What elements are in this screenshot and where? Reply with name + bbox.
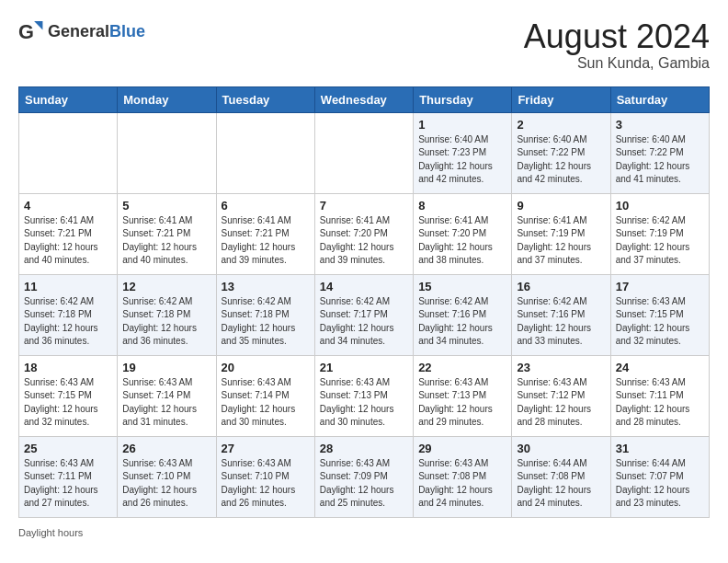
svg-marker-1 <box>34 21 42 29</box>
day-number: 13 <box>222 280 310 293</box>
day-info: Sunrise: 6:43 AMSunset: 7:09 PMDaylight:… <box>320 457 408 511</box>
day-number: 21 <box>320 361 408 374</box>
calendar-cell: 10Sunrise: 6:42 AMSunset: 7:19 PMDayligh… <box>610 193 709 274</box>
day-info: Sunrise: 6:43 AMSunset: 7:13 PMDaylight:… <box>418 376 506 430</box>
day-number: 17 <box>616 280 704 293</box>
weekday-header-monday: Monday <box>118 86 216 112</box>
logo: G GeneralBlue <box>18 18 145 44</box>
calendar-cell: 7Sunrise: 6:41 AMSunset: 7:20 PMDaylight… <box>314 193 413 274</box>
weekday-header-tuesday: Tuesday <box>216 86 314 112</box>
calendar-cell: 6Sunrise: 6:41 AMSunset: 7:21 PMDaylight… <box>216 193 314 274</box>
calendar-cell: 16Sunrise: 6:42 AMSunset: 7:16 PMDayligh… <box>512 274 610 355</box>
day-number: 19 <box>122 361 210 374</box>
calendar-cell: 15Sunrise: 6:42 AMSunset: 7:16 PMDayligh… <box>414 274 512 355</box>
svg-text:G: G <box>18 20 34 43</box>
day-info: Sunrise: 6:41 AMSunset: 7:21 PMDaylight:… <box>222 214 310 268</box>
day-number: 31 <box>616 442 704 455</box>
logo-general: General <box>48 22 109 40</box>
calendar-cell: 26Sunrise: 6:43 AMSunset: 7:10 PMDayligh… <box>118 436 216 517</box>
day-info: Sunrise: 6:44 AMSunset: 7:08 PMDaylight:… <box>517 457 605 511</box>
weekday-header-sunday: Sunday <box>19 86 118 112</box>
day-info: Sunrise: 6:44 AMSunset: 7:07 PMDaylight:… <box>616 457 704 511</box>
calendar-week-row: 11Sunrise: 6:42 AMSunset: 7:18 PMDayligh… <box>19 274 710 355</box>
day-number: 12 <box>122 280 210 293</box>
calendar-cell: 12Sunrise: 6:42 AMSunset: 7:18 PMDayligh… <box>118 274 216 355</box>
calendar-cell: 9Sunrise: 6:41 AMSunset: 7:19 PMDaylight… <box>512 193 610 274</box>
calendar-cell: 31Sunrise: 6:44 AMSunset: 7:07 PMDayligh… <box>610 436 709 517</box>
calendar-cell: 29Sunrise: 6:43 AMSunset: 7:08 PMDayligh… <box>414 436 512 517</box>
day-info: Sunrise: 6:42 AMSunset: 7:18 PMDaylight:… <box>122 295 210 349</box>
calendar-cell: 28Sunrise: 6:43 AMSunset: 7:09 PMDayligh… <box>314 436 413 517</box>
calendar-cell: 24Sunrise: 6:43 AMSunset: 7:11 PMDayligh… <box>610 355 709 436</box>
calendar-cell: 23Sunrise: 6:43 AMSunset: 7:12 PMDayligh… <box>512 355 610 436</box>
day-number: 2 <box>517 118 605 132</box>
day-number: 7 <box>320 199 408 213</box>
day-info: Sunrise: 6:41 AMSunset: 7:19 PMDaylight:… <box>517 214 605 268</box>
day-number: 11 <box>24 280 112 293</box>
day-number: 5 <box>122 199 210 213</box>
calendar-cell: 25Sunrise: 6:43 AMSunset: 7:11 PMDayligh… <box>19 436 118 517</box>
day-number: 4 <box>24 199 112 213</box>
title-block: August 2024 Sun Kunda, Gambia <box>524 18 710 72</box>
day-info: Sunrise: 6:43 AMSunset: 7:14 PMDaylight:… <box>222 376 310 430</box>
day-number: 15 <box>418 280 506 293</box>
day-number: 23 <box>517 361 605 374</box>
logo-blue: Blue <box>109 22 145 40</box>
day-info: Sunrise: 6:43 AMSunset: 7:11 PMDaylight:… <box>24 457 112 511</box>
day-number: 6 <box>222 199 310 213</box>
page-header: G GeneralBlue August 2024 Sun Kunda, Gam… <box>18 18 710 72</box>
weekday-header-thursday: Thursday <box>414 86 512 112</box>
day-number: 9 <box>517 199 605 213</box>
calendar-table: SundayMondayTuesdayWednesdayThursdayFrid… <box>18 86 710 518</box>
day-number: 27 <box>222 442 310 455</box>
day-info: Sunrise: 6:42 AMSunset: 7:18 PMDaylight:… <box>24 295 112 349</box>
day-info: Sunrise: 6:42 AMSunset: 7:16 PMDaylight:… <box>517 295 605 349</box>
day-info: Sunrise: 6:43 AMSunset: 7:15 PMDaylight:… <box>616 295 704 349</box>
day-info: Sunrise: 6:41 AMSunset: 7:21 PMDaylight:… <box>122 214 210 268</box>
calendar-cell <box>19 112 118 193</box>
day-number: 24 <box>616 361 704 374</box>
calendar-cell: 8Sunrise: 6:41 AMSunset: 7:20 PMDaylight… <box>414 193 512 274</box>
calendar-cell: 18Sunrise: 6:43 AMSunset: 7:15 PMDayligh… <box>19 355 118 436</box>
day-info: Sunrise: 6:43 AMSunset: 7:14 PMDaylight:… <box>122 376 210 430</box>
calendar-cell: 1Sunrise: 6:40 AMSunset: 7:23 PMDaylight… <box>414 112 512 193</box>
calendar-week-row: 4Sunrise: 6:41 AMSunset: 7:21 PMDaylight… <box>19 193 710 274</box>
calendar-week-row: 18Sunrise: 6:43 AMSunset: 7:15 PMDayligh… <box>19 355 710 436</box>
calendar-cell: 19Sunrise: 6:43 AMSunset: 7:14 PMDayligh… <box>118 355 216 436</box>
day-info: Sunrise: 6:43 AMSunset: 7:13 PMDaylight:… <box>320 376 408 430</box>
day-number: 16 <box>517 280 605 293</box>
weekday-header-row: SundayMondayTuesdayWednesdayThursdayFrid… <box>19 86 710 112</box>
day-number: 30 <box>517 442 605 455</box>
day-info: Sunrise: 6:41 AMSunset: 7:20 PMDaylight:… <box>418 214 506 268</box>
calendar-cell <box>118 112 216 193</box>
day-number: 18 <box>24 361 112 374</box>
calendar-cell: 4Sunrise: 6:41 AMSunset: 7:21 PMDaylight… <box>19 193 118 274</box>
daylight-hours-label: Daylight hours <box>18 527 83 538</box>
day-info: Sunrise: 6:43 AMSunset: 7:10 PMDaylight:… <box>122 457 210 511</box>
weekday-header-friday: Friday <box>512 86 610 112</box>
day-number: 14 <box>320 280 408 293</box>
day-number: 26 <box>122 442 210 455</box>
logo-icon: G <box>18 18 44 44</box>
calendar-cell: 14Sunrise: 6:42 AMSunset: 7:17 PMDayligh… <box>314 274 413 355</box>
calendar-cell: 20Sunrise: 6:43 AMSunset: 7:14 PMDayligh… <box>216 355 314 436</box>
calendar-cell: 2Sunrise: 6:40 AMSunset: 7:22 PMDaylight… <box>512 112 610 193</box>
day-number: 22 <box>418 361 506 374</box>
calendar-cell: 13Sunrise: 6:42 AMSunset: 7:18 PMDayligh… <box>216 274 314 355</box>
day-info: Sunrise: 6:40 AMSunset: 7:22 PMDaylight:… <box>616 133 704 187</box>
calendar-week-row: 25Sunrise: 6:43 AMSunset: 7:11 PMDayligh… <box>19 436 710 517</box>
calendar-cell: 21Sunrise: 6:43 AMSunset: 7:13 PMDayligh… <box>314 355 413 436</box>
day-number: 25 <box>24 442 112 455</box>
footer: Daylight hours <box>18 527 710 538</box>
calendar-cell: 30Sunrise: 6:44 AMSunset: 7:08 PMDayligh… <box>512 436 610 517</box>
calendar-cell: 3Sunrise: 6:40 AMSunset: 7:22 PMDaylight… <box>610 112 709 193</box>
day-info: Sunrise: 6:43 AMSunset: 7:12 PMDaylight:… <box>517 376 605 430</box>
day-info: Sunrise: 6:41 AMSunset: 7:20 PMDaylight:… <box>320 214 408 268</box>
day-number: 8 <box>418 199 506 213</box>
day-info: Sunrise: 6:42 AMSunset: 7:18 PMDaylight:… <box>222 295 310 349</box>
calendar-cell <box>216 112 314 193</box>
calendar-cell: 17Sunrise: 6:43 AMSunset: 7:15 PMDayligh… <box>610 274 709 355</box>
day-info: Sunrise: 6:43 AMSunset: 7:11 PMDaylight:… <box>616 376 704 430</box>
calendar-cell: 11Sunrise: 6:42 AMSunset: 7:18 PMDayligh… <box>19 274 118 355</box>
day-info: Sunrise: 6:41 AMSunset: 7:21 PMDaylight:… <box>24 214 112 268</box>
